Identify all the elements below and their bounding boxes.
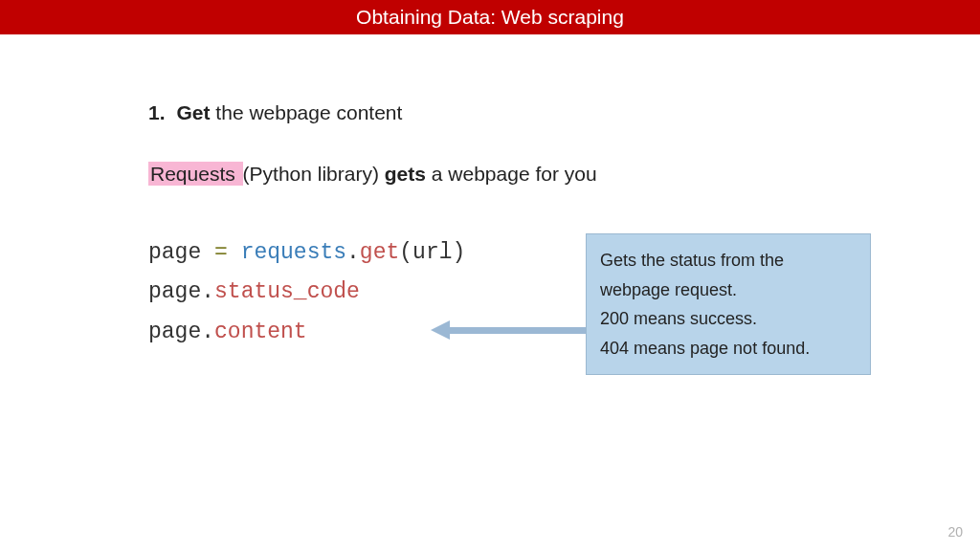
desc-mid1: (Python library) [243,163,385,185]
description-line: Requests (Python library) gets a webpage… [148,163,832,186]
page-number: 20 [947,524,963,540]
slide-title: Obtaining Data: Web scraping [356,6,624,28]
bullet-number: 1. [148,101,166,123]
arrow-icon [431,320,589,340]
bullet-item: 1.Get the webpage content [148,101,832,124]
desc-bold: gets [385,163,426,185]
callout-box: Gets the status from the webpage request… [586,233,871,375]
bullet-bold: Get [177,101,211,123]
callout-line-1: Gets the status from the [600,246,857,276]
slide-header: Obtaining Data: Web scraping [0,0,980,34]
arrow-shaft [448,327,589,334]
highlighted-term: Requests [148,162,243,186]
bullet-rest: the webpage content [211,101,403,123]
desc-mid2: a webpage for you [426,163,597,185]
callout-line-3: 200 means success. [600,304,857,334]
arrow-head [431,320,450,340]
callout-line-4: 404 means page not found. [600,334,857,364]
callout-line-2: webpage request. [600,276,857,305]
